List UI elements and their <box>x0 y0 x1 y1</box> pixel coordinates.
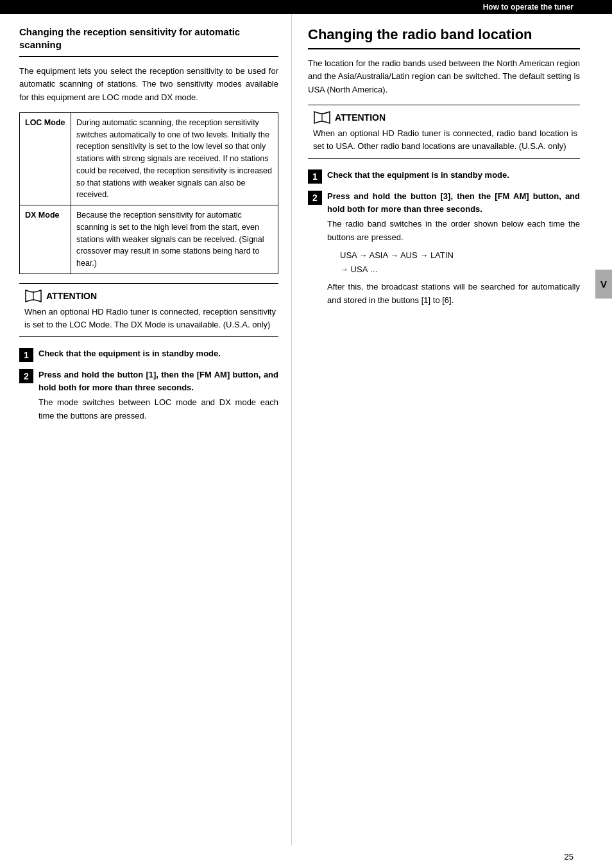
loc-mode-description: During automatic scanning, the reception… <box>71 112 278 205</box>
left-attention-label: ATTENTION <box>46 291 97 301</box>
right-step-2-title: Press and hold the button [3], then the … <box>327 190 580 215</box>
left-section-title: Changing the reception sensitivity for a… <box>19 26 278 52</box>
band-order-line2: → USA … <box>340 263 580 277</box>
left-step-2-body: The mode switches between LOC mode and D… <box>38 396 278 423</box>
left-title-underline <box>19 56 278 57</box>
dx-mode-description: Because the reception sensitivity for au… <box>71 205 278 274</box>
right-step-1-number: 1 <box>308 169 322 184</box>
right-step-2-body2: After this, the broadcast stations will … <box>327 281 580 308</box>
attention-icon-right <box>313 110 331 125</box>
sidebar-v-marker: V <box>595 270 612 299</box>
right-intro-text: The location for the radio bands used be… <box>308 57 580 97</box>
left-step-1-title: Check that the equipment is in standby m… <box>38 347 278 360</box>
right-step-1-title: Check that the equipment is in standby m… <box>327 169 580 182</box>
band-order-line1: USA → ASIA → AUS → LATIN <box>340 248 580 263</box>
right-section-title: Changing the radio band location <box>308 26 580 44</box>
right-attention-text: When an optional HD Radio tuner is conne… <box>313 127 577 153</box>
page-footer: 25 <box>0 846 612 868</box>
right-step-1: 1 Check that the equipment is in standby… <box>308 169 580 184</box>
left-intro-text: The equipment lets you select the recept… <box>19 65 278 105</box>
right-step-2-number: 2 <box>308 191 322 205</box>
right-attention-label: ATTENTION <box>335 112 386 123</box>
mode-table: LOC Mode During automatic scanning, the … <box>19 112 278 274</box>
right-attention-box: ATTENTION When an optional HD Radio tune… <box>308 105 580 159</box>
band-order: USA → ASIA → AUS → LATIN → USA … <box>340 248 580 277</box>
table-row: DX Mode Because the reception sensitivit… <box>20 205 278 274</box>
right-step-2-body1: The radio band switches in the order sho… <box>327 218 580 245</box>
left-attention-box: ATTENTION When an optional HD Radio tune… <box>19 283 278 337</box>
dx-mode-label: DX Mode <box>20 205 71 274</box>
left-step-2-content: Press and hold the button [1], then the … <box>38 369 278 423</box>
right-step-1-content: Check that the equipment is in standby m… <box>327 169 580 182</box>
page: How to operate the tuner Changing the re… <box>0 0 612 868</box>
left-step-1-content: Check that the equipment is in standby m… <box>38 347 278 360</box>
header-text: How to operate the tuner <box>483 3 574 12</box>
table-row: LOC Mode During automatic scanning, the … <box>20 112 278 205</box>
main-content: Changing the reception sensitivity for a… <box>0 14 612 846</box>
right-title-underline <box>308 48 580 49</box>
attention-icon <box>24 289 42 303</box>
header-bar: How to operate the tuner <box>0 0 612 14</box>
left-step-1-number: 1 <box>19 348 33 362</box>
left-step-2: 2 Press and hold the button [1], then th… <box>19 369 278 423</box>
page-number: 25 <box>565 852 574 862</box>
loc-mode-label: LOC Mode <box>20 112 71 205</box>
right-step-2: 2 Press and hold the button [3], then th… <box>308 190 580 307</box>
left-attention-header: ATTENTION <box>24 289 276 303</box>
left-attention-text: When an optional HD Radio tuner is conne… <box>24 306 276 331</box>
right-column: Changing the radio band location The loc… <box>292 14 612 846</box>
left-step-1: 1 Check that the equipment is in standby… <box>19 347 278 362</box>
right-step-2-content: Press and hold the button [3], then the … <box>327 190 580 307</box>
left-step-2-title: Press and hold the button [1], then the … <box>38 369 278 394</box>
left-step-2-number: 2 <box>19 369 33 383</box>
right-attention-header: ATTENTION <box>313 110 577 125</box>
left-column: Changing the reception sensitivity for a… <box>0 14 292 846</box>
